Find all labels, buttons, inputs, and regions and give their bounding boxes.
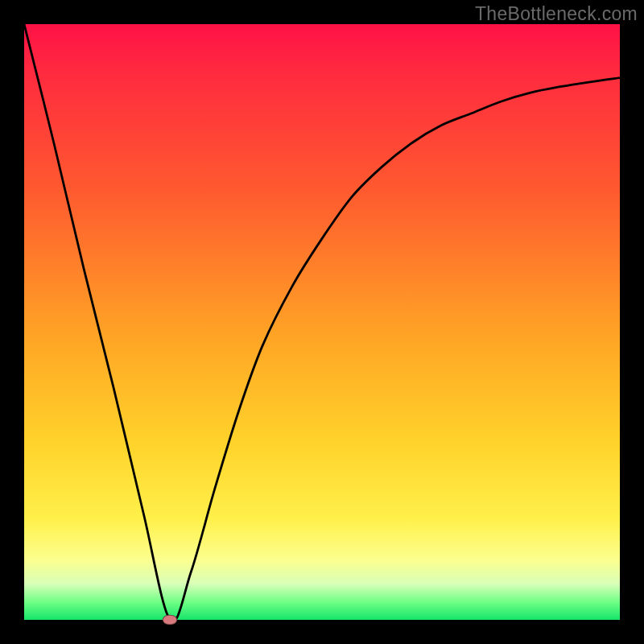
plot-area (24, 24, 620, 620)
curve-line (24, 24, 620, 620)
watermark-text: TheBottleneck.com (475, 3, 638, 25)
bottleneck-curve (24, 24, 620, 620)
chart-frame: TheBottleneck.com (0, 0, 644, 644)
minimum-marker (163, 615, 177, 625)
